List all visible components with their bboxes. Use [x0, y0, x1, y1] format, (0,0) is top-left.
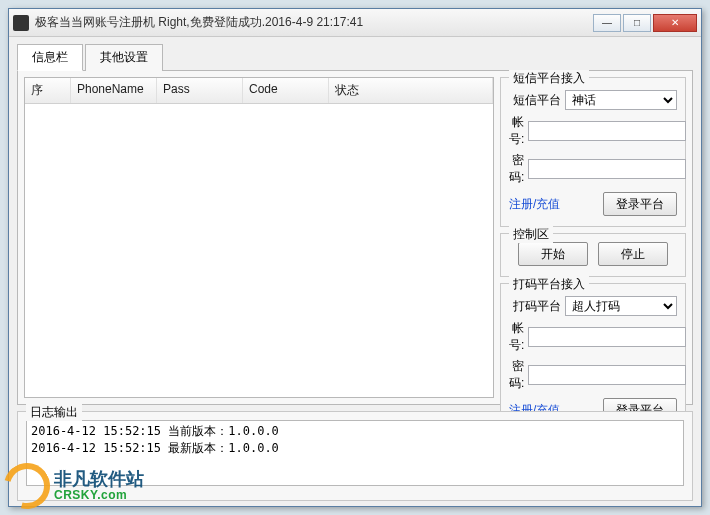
stop-button[interactable]: 停止 — [598, 242, 668, 266]
watermark-en: CRSKY.com — [54, 489, 144, 502]
col-status[interactable]: 状态 — [329, 78, 493, 103]
captcha-password-label: 密码: — [509, 358, 524, 392]
captcha-password-input[interactable] — [528, 365, 686, 385]
sms-platform-label: 短信平台 — [509, 92, 561, 109]
sms-platform-select[interactable]: 神话 — [565, 90, 677, 110]
captcha-account-input[interactable] — [528, 327, 686, 347]
col-code[interactable]: Code — [243, 78, 329, 103]
app-window: 极客当当网账号注册机 Right,免费登陆成功.2016-4-9 21:17:4… — [8, 8, 702, 507]
result-table: 序 PhoneName Pass Code 状态 — [24, 77, 494, 398]
col-phonename[interactable]: PhoneName — [71, 78, 157, 103]
client-area: 信息栏 其他设置 序 PhoneName Pass Code 状态 — [9, 37, 701, 507]
sms-login-button[interactable]: 登录平台 — [603, 192, 677, 216]
table-header: 序 PhoneName Pass Code 状态 — [25, 78, 493, 104]
tab-info[interactable]: 信息栏 — [17, 44, 83, 71]
sms-register-link[interactable]: 注册/充值 — [509, 196, 560, 213]
tab-strip: 信息栏 其他设置 — [17, 43, 693, 71]
control-group: 控制区 开始 停止 — [500, 233, 686, 277]
maximize-button[interactable]: □ — [623, 14, 651, 32]
sms-legend: 短信平台接入 — [509, 70, 589, 87]
window-buttons: — □ ✕ — [591, 14, 697, 32]
watermark-logo-icon — [0, 455, 58, 515]
captcha-legend: 打码平台接入 — [509, 276, 589, 293]
app-icon — [13, 15, 29, 31]
titlebar: 极客当当网账号注册机 Right,免费登陆成功.2016-4-9 21:17:4… — [9, 9, 701, 37]
control-legend: 控制区 — [509, 226, 553, 243]
tab-other[interactable]: 其他设置 — [85, 44, 163, 71]
start-button[interactable]: 开始 — [518, 242, 588, 266]
sms-password-input[interactable] — [528, 159, 686, 179]
captcha-platform-label: 打码平台 — [509, 298, 561, 315]
captcha-account-label: 帐号: — [509, 320, 524, 354]
sms-group: 短信平台接入 短信平台 神话 帐号: 密码: — [500, 77, 686, 227]
watermark: 非凡软件站 CRSKY.com — [4, 463, 144, 509]
sms-password-label: 密码: — [509, 152, 524, 186]
log-legend: 日志输出 — [26, 404, 82, 421]
captcha-platform-select[interactable]: 超人打码 — [565, 296, 677, 316]
minimize-button[interactable]: — — [593, 14, 621, 32]
col-seq[interactable]: 序 — [25, 78, 71, 103]
window-title: 极客当当网账号注册机 Right,免费登陆成功.2016-4-9 21:17:4… — [35, 14, 591, 31]
watermark-cn: 非凡软件站 — [54, 470, 144, 490]
sms-account-input[interactable] — [528, 121, 686, 141]
table-body — [25, 104, 493, 389]
col-pass[interactable]: Pass — [157, 78, 243, 103]
close-button[interactable]: ✕ — [653, 14, 697, 32]
watermark-text: 非凡软件站 CRSKY.com — [54, 470, 144, 503]
tab-panel: 序 PhoneName Pass Code 状态 短信平台接入 短信平台 — [17, 71, 693, 405]
sms-account-label: 帐号: — [509, 114, 524, 148]
left-pane: 序 PhoneName Pass Code 状态 — [24, 77, 494, 398]
right-pane: 短信平台接入 短信平台 神话 帐号: 密码: — [500, 77, 686, 398]
